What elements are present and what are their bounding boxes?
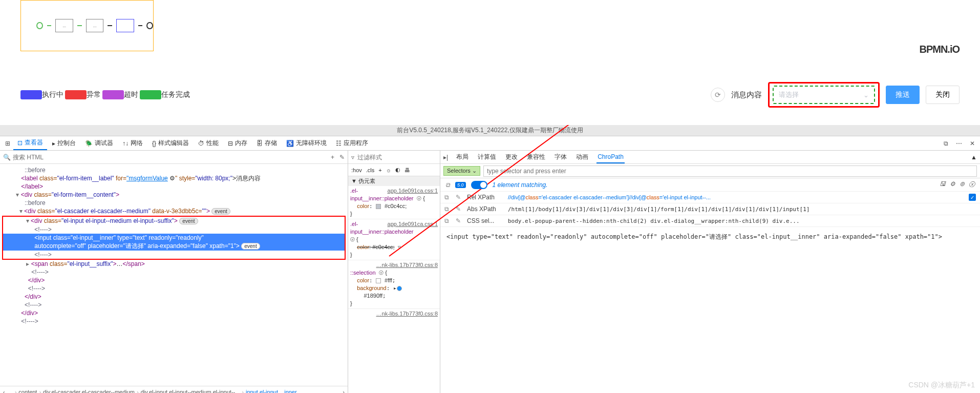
plus-icon[interactable]: + xyxy=(378,167,381,173)
pseudo-header[interactable]: ▼ 伪元素 xyxy=(348,176,440,186)
tab-changes[interactable]: 更改 xyxy=(504,151,519,163)
print-icon[interactable]: 🖶 xyxy=(404,167,410,173)
inspect-icon[interactable]: ⊞ xyxy=(3,139,12,148)
cls-toggle[interactable]: .cls xyxy=(366,167,375,173)
chevron-down-icon: ⌄ xyxy=(863,91,869,99)
copy-icon[interactable]: ⧉ xyxy=(444,194,451,201)
tab-anim[interactable]: 动画 xyxy=(575,151,589,163)
csdn-watermark: CSDN @冰糖葫芦+1 xyxy=(908,381,975,390)
tab-inspector[interactable]: ⊡ 查看器 xyxy=(13,136,47,150)
tab-a11y[interactable]: ♿ 无障碍环境 xyxy=(282,137,331,150)
add-icon[interactable]: + xyxy=(331,154,334,161)
brightness-icon[interactable]: ☼ xyxy=(386,167,391,173)
scrollbar[interactable]: ▲ xyxy=(971,154,977,161)
dom-tree[interactable]: ::before <label class="el-form-item__lab… xyxy=(0,164,348,386)
tab-style-editor[interactable]: {} 样式编辑器 xyxy=(148,137,193,150)
match-count: 1 element matching. xyxy=(493,181,548,189)
bpmn-logo: BPMN.iO xyxy=(919,44,960,55)
hov-toggle[interactable]: :hov xyxy=(351,167,362,173)
rel-xpath-row[interactable]: ⧉✎ Rel XPath //div[@class='el-cascader e… xyxy=(440,192,980,203)
filter-icon: ▿ xyxy=(351,154,354,161)
edit-icon[interactable]: ✎ xyxy=(456,217,462,224)
devtools: ⊞ ⊡ 查看器 ▸ 控制台 🪲 调试器 ↑↓ 网络 {} 样式编辑器 ⏱ 性能 … xyxy=(0,136,980,393)
version-bar: 前台V5.0.5_240218,服务端V5.1_240222,仅限建鼎一期整厂物… xyxy=(0,125,980,136)
dock-icon[interactable]: ⧉ xyxy=(941,139,950,148)
styles-filter-input[interactable] xyxy=(357,154,437,161)
gear-icon[interactable]: ⚙ xyxy=(950,180,955,189)
toggle[interactable] xyxy=(471,181,487,189)
tab-computed[interactable]: 计算值 xyxy=(477,151,497,163)
copy-icon[interactable]: ⧉ xyxy=(444,217,451,224)
eyedropper-icon[interactable]: ✎ xyxy=(339,154,345,161)
search-icon: 🔍 xyxy=(3,154,11,161)
legend: 执行中 异常 超时 任务完成 xyxy=(20,90,190,99)
close-icon[interactable]: ⓧ xyxy=(969,180,975,189)
tab-storage[interactable]: 🗄 存储 xyxy=(252,137,281,150)
breadcrumb[interactable]: ‹ …› content› div.el-cascader.el-cascade… xyxy=(0,386,348,393)
tab-memory[interactable]: ⊟ 内存 xyxy=(224,137,251,150)
target-icon[interactable]: ⊚ xyxy=(960,180,965,189)
msg-label: 消息内容 xyxy=(731,90,762,100)
checkbox[interactable]: ✓ xyxy=(969,194,976,201)
tab-performance[interactable]: ⏱ 性能 xyxy=(194,137,223,150)
version-badge: 5.0 xyxy=(455,182,466,188)
refresh-icon[interactable]: ⟳ xyxy=(711,88,725,102)
app-page: ...... BPMN.iO 执行中 异常 超时 任务完成 ⟳ 消息内容 请选择… xyxy=(0,0,980,125)
copy-icon[interactable]: ⧉ xyxy=(445,181,450,189)
push-button[interactable]: 推送 xyxy=(886,86,920,104)
contrast-icon[interactable]: ◐ xyxy=(395,167,400,173)
tab-chropath[interactable]: ChroPath xyxy=(596,151,625,163)
cascader-input[interactable]: 请选择 ⌄ xyxy=(773,86,875,104)
tab-fonts[interactable]: 字体 xyxy=(553,151,568,163)
bpmn-diagram: ...... xyxy=(20,0,154,51)
copy-icon[interactable]: ⧉ xyxy=(444,205,451,213)
close-devtools-icon[interactable]: ✕ xyxy=(968,139,977,148)
tab-layout[interactable]: 布局 xyxy=(455,151,470,163)
save-icon[interactable]: 🖫 xyxy=(940,180,946,189)
styles-panel: ▿ :hov .cls + ☼ ◐ 🖶 ▼ 伪元素 .el-app.1de091… xyxy=(348,151,440,393)
tab-console[interactable]: ▸ 控制台 xyxy=(48,137,80,150)
selectors-dropdown[interactable]: Selectors ⌄ xyxy=(443,166,480,176)
highlighted-cascader: 请选择 ⌄ xyxy=(768,82,880,108)
tab-compat[interactable]: 兼容性 xyxy=(526,151,546,163)
element-snippet: <input type="text" readonly="readonly" a… xyxy=(440,227,980,246)
tab-application[interactable]: ☷ 应用程序 xyxy=(332,137,372,150)
abs-xpath-row[interactable]: ⧉✎ Abs XPath /html[1]/body[1]/div[3]/div… xyxy=(440,203,980,215)
dom-search-input[interactable] xyxy=(13,154,331,161)
dom-panel: 🔍 +✎ ::before <label class="el-form-item… xyxy=(0,151,348,393)
edit-icon[interactable]: ✎ xyxy=(456,205,462,213)
close-button[interactable]: 关闭 xyxy=(926,86,960,104)
chropath-panel: ▸| 布局 计算值 更改 兼容性 字体 动画 ChroPath ▲ Select… xyxy=(440,151,980,393)
css-sel-row[interactable]: ⧉✎ CSS sel... body.el-popup-parent--hidd… xyxy=(440,215,980,227)
more-icon[interactable]: ⋯ xyxy=(954,139,964,148)
devtools-tabbar: ⊞ ⊡ 查看器 ▸ 控制台 🪲 调试器 ↑↓ 网络 {} 样式编辑器 ⏱ 性能 … xyxy=(0,136,980,151)
selector-input[interactable] xyxy=(483,166,977,177)
tab-debugger[interactable]: 🪲 调试器 xyxy=(81,137,117,150)
filter-icon[interactable]: ▿ xyxy=(398,244,401,250)
panel-toggle-icon[interactable]: ▸| xyxy=(443,154,448,161)
tab-network[interactable]: ↑↓ 网络 xyxy=(118,137,147,150)
edit-icon[interactable]: ✎ xyxy=(456,194,462,201)
